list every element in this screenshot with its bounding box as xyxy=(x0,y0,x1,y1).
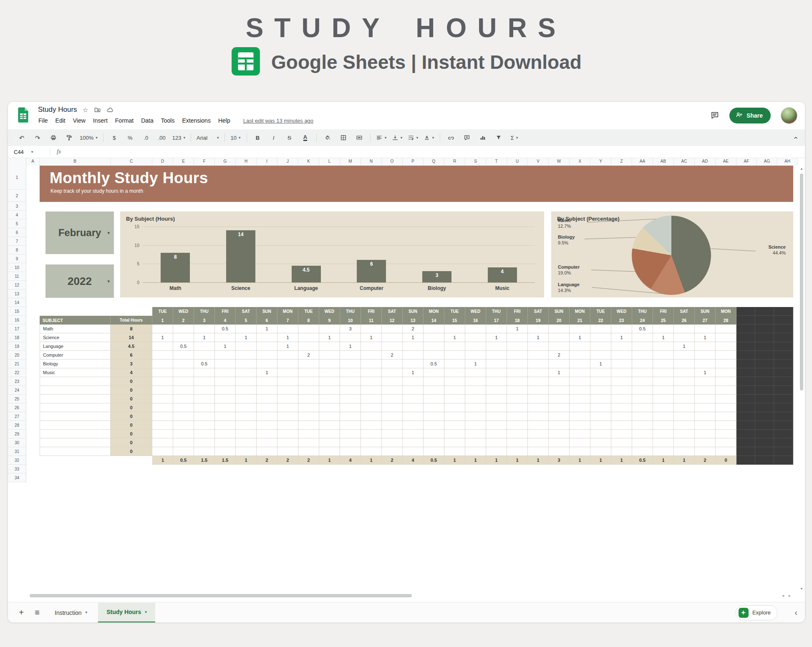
day-name-cell[interactable]: FRI xyxy=(507,307,528,316)
day-cell[interactable] xyxy=(653,447,674,456)
scroll-up-icon[interactable]: ▲ xyxy=(799,167,804,171)
last-edit-link[interactable]: Last edit was 13 minutes ago xyxy=(243,118,313,124)
day-cell[interactable]: 1 xyxy=(194,333,215,342)
day-cell[interactable] xyxy=(173,395,194,403)
day-cell[interactable]: 1 xyxy=(444,333,465,342)
day-cell[interactable] xyxy=(298,447,319,456)
menu-insert[interactable]: Insert xyxy=(89,116,111,125)
day-cell[interactable] xyxy=(507,377,528,386)
day-cell[interactable] xyxy=(340,395,361,403)
day-cell[interactable] xyxy=(549,333,570,342)
day-cell[interactable] xyxy=(444,430,465,438)
day-cell[interactable] xyxy=(403,421,424,430)
print-icon[interactable] xyxy=(46,132,61,143)
day-cell[interactable] xyxy=(424,351,444,360)
day-cell[interactable] xyxy=(465,412,486,421)
day-cell[interactable] xyxy=(236,351,257,360)
day-cell[interactable] xyxy=(695,421,716,430)
decrease-decimal-button[interactable]: .0 xyxy=(139,132,154,143)
sheets-file-icon[interactable] xyxy=(17,107,29,125)
day-total-cell[interactable]: 3 xyxy=(549,456,570,465)
column-header-AB[interactable]: AB xyxy=(653,158,674,166)
day-number-cell[interactable]: 28 xyxy=(716,316,736,325)
day-cell[interactable] xyxy=(444,438,465,447)
day-cell[interactable] xyxy=(236,412,257,421)
vertical-scrollbar[interactable]: ▲ ▼ xyxy=(799,167,804,591)
day-cell[interactable] xyxy=(611,368,632,377)
day-cell[interactable] xyxy=(674,351,695,360)
year-select[interactable]: 2022 ▾ xyxy=(45,264,114,298)
day-cell[interactable] xyxy=(361,377,382,386)
day-total-cell[interactable]: 2 xyxy=(382,456,403,465)
day-cell[interactable] xyxy=(465,351,486,360)
day-cell[interactable] xyxy=(152,360,173,368)
day-cell[interactable] xyxy=(277,430,298,438)
day-name-cell[interactable]: SAT xyxy=(528,307,549,316)
day-cell[interactable] xyxy=(340,368,361,377)
day-name-cell[interactable]: TUE xyxy=(298,307,319,316)
day-cell[interactable] xyxy=(716,412,736,421)
day-cell[interactable] xyxy=(194,412,215,421)
day-cell[interactable] xyxy=(340,438,361,447)
day-number-cell[interactable]: 22 xyxy=(590,316,611,325)
day-cell[interactable]: 1 xyxy=(340,342,361,351)
day-number-cell[interactable]: 19 xyxy=(528,316,549,325)
day-cell[interactable] xyxy=(277,412,298,421)
day-cell[interactable] xyxy=(340,377,361,386)
day-total-cell[interactable]: 1 xyxy=(653,456,674,465)
day-cell[interactable] xyxy=(465,395,486,403)
day-cell[interactable] xyxy=(486,325,507,333)
day-cell[interactable] xyxy=(611,438,632,447)
bar-chart-panel[interactable]: By Subject (Hours) 0510158Math14Science4… xyxy=(120,211,544,297)
day-cell[interactable] xyxy=(403,403,424,412)
day-cell[interactable] xyxy=(570,342,590,351)
day-total-cell[interactable]: 4 xyxy=(403,456,424,465)
day-total-cell[interactable]: 1 xyxy=(444,456,465,465)
day-cell[interactable] xyxy=(152,447,173,456)
day-cell[interactable] xyxy=(236,438,257,447)
day-cell[interactable] xyxy=(298,421,319,430)
day-cell[interactable] xyxy=(403,351,424,360)
day-cell[interactable] xyxy=(674,421,695,430)
day-total-cell[interactable]: 1 xyxy=(590,456,611,465)
day-cell[interactable] xyxy=(653,351,674,360)
day-total-cell[interactable]: 1 xyxy=(486,456,507,465)
day-cell[interactable]: 1 xyxy=(611,333,632,342)
day-cell[interactable] xyxy=(486,386,507,395)
day-cell[interactable] xyxy=(194,368,215,377)
day-cell[interactable]: 1 xyxy=(319,333,340,342)
day-cell[interactable]: 0.5 xyxy=(424,360,444,368)
redo-icon[interactable]: ↷ xyxy=(30,132,45,143)
day-cell[interactable] xyxy=(465,438,486,447)
menu-view[interactable]: View xyxy=(69,116,89,125)
column-header-N[interactable]: N xyxy=(361,158,382,166)
column-header-Z[interactable]: Z xyxy=(611,158,632,166)
day-cell[interactable] xyxy=(382,403,403,412)
day-cell[interactable] xyxy=(444,403,465,412)
day-cell[interactable] xyxy=(319,325,340,333)
day-name-cell[interactable]: MON xyxy=(424,307,444,316)
day-cell[interactable] xyxy=(361,360,382,368)
day-cell[interactable] xyxy=(507,351,528,360)
day-cell[interactable] xyxy=(653,386,674,395)
day-cell[interactable] xyxy=(695,395,716,403)
day-cell[interactable] xyxy=(424,395,444,403)
day-total-cell[interactable]: 1 xyxy=(465,456,486,465)
day-cell[interactable] xyxy=(152,412,173,421)
day-cell[interactable] xyxy=(298,412,319,421)
day-cell[interactable] xyxy=(257,377,277,386)
day-cell[interactable] xyxy=(570,368,590,377)
day-cell[interactable]: 2 xyxy=(403,325,424,333)
collapse-panel-icon[interactable]: ‹ xyxy=(794,608,797,617)
row-header-27[interactable]: 27 xyxy=(8,412,26,421)
insert-chart-icon[interactable] xyxy=(475,132,490,143)
day-number-cell[interactable]: 18 xyxy=(507,316,528,325)
day-cell[interactable] xyxy=(695,377,716,386)
day-total-cell[interactable]: 2 xyxy=(695,456,716,465)
column-header-D[interactable]: D xyxy=(152,158,173,166)
day-cell[interactable] xyxy=(236,430,257,438)
subject-cell[interactable] xyxy=(40,412,111,421)
day-cell[interactable]: 3 xyxy=(340,325,361,333)
day-cell[interactable] xyxy=(528,368,549,377)
day-cell[interactable] xyxy=(298,386,319,395)
